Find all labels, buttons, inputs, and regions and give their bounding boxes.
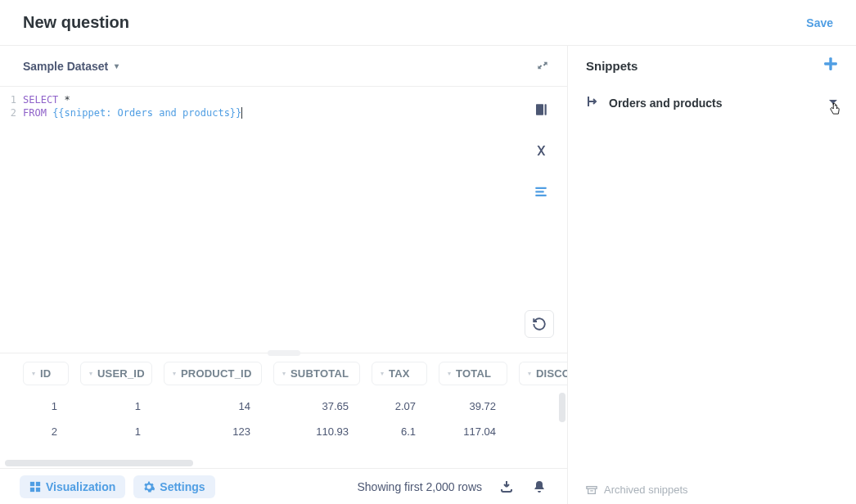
save-button[interactable]: Save [806, 16, 833, 29]
svg-rect-11 [587, 486, 597, 488]
archive-icon [586, 484, 597, 496]
cursor-icon [829, 101, 840, 119]
svg-rect-10 [824, 62, 837, 65]
database-selector[interactable]: Sample Dataset ▾ [23, 60, 119, 73]
snippets-button[interactable] [528, 178, 554, 205]
chevron-down-icon: ▾ [448, 370, 451, 377]
column-header-product-id[interactable]: ▾PRODUCT_ID [164, 362, 262, 385]
svg-rect-4 [535, 195, 547, 196]
variables-button[interactable] [528, 137, 554, 164]
vertical-scrollbar[interactable] [559, 393, 565, 422]
collapse-editor-icon[interactable] [536, 59, 549, 74]
chevron-down-icon: ▾ [282, 370, 286, 377]
chevron-down-icon: ▾ [173, 370, 176, 377]
svg-rect-5 [30, 481, 34, 485]
page-title: New question [23, 13, 129, 32]
chevron-down-icon: ▾ [32, 370, 35, 377]
svg-rect-1 [545, 104, 547, 115]
alerts-button[interactable] [531, 479, 547, 495]
chevron-down-icon: ▾ [528, 370, 531, 377]
chevron-down-icon: ▾ [89, 370, 92, 377]
svg-rect-0 [536, 104, 543, 115]
svg-rect-8 [36, 487, 40, 491]
insert-snippet-icon [586, 95, 599, 110]
editor-code[interactable]: SELECT * FROM {{snippet: Orders and prod… [21, 87, 567, 353]
grid-icon [29, 481, 41, 493]
column-header-subtotal[interactable]: ▾SUBTOTAL [273, 362, 360, 385]
svg-rect-6 [36, 481, 40, 485]
table-header: ▾ID ▾USER_ID ▾PRODUCT_ID ▾SUBTOTAL ▾TAX … [0, 353, 567, 394]
editor-gutter: 1 2 [0, 87, 21, 353]
expand-snippet-button[interactable] [828, 97, 838, 110]
column-header-discount[interactable]: ▾DISCO [519, 362, 567, 385]
query-results: ▾ID ▾USER_ID ▾PRODUCT_ID ▾SUBTOTAL ▾TAX … [0, 353, 567, 504]
snippet-item[interactable]: Orders and products [568, 87, 856, 119]
add-snippet-button[interactable] [823, 56, 838, 75]
gear-icon [143, 481, 155, 493]
column-header-user-id[interactable]: ▾USER_ID [80, 362, 152, 385]
sql-editor[interactable]: 1 2 SELECT * FROM {{snippet: Orders and … [0, 87, 567, 353]
column-header-id[interactable]: ▾ID [23, 362, 69, 385]
data-reference-button[interactable] [528, 97, 554, 123]
snippet-name: Orders and products [609, 97, 722, 110]
snippets-panel-title: Snippets [586, 59, 637, 73]
download-button[interactable] [498, 479, 515, 495]
column-header-tax[interactable]: ▾TAX [372, 362, 427, 385]
settings-button[interactable]: Settings [133, 475, 214, 498]
visualization-button[interactable]: Visualization [20, 475, 125, 498]
svg-rect-7 [30, 487, 34, 491]
table-row: 2 1 123 110.93 6.1 117.04 [0, 419, 567, 444]
run-query-button[interactable] [525, 310, 554, 338]
column-header-total[interactable]: ▾TOTAL [439, 362, 507, 385]
svg-rect-3 [535, 191, 544, 192]
row-count-status: Showing first 2,000 rows [357, 480, 482, 493]
svg-rect-2 [535, 187, 547, 189]
table-row: 1 1 14 37.65 2.07 39.72 [0, 394, 567, 419]
chevron-down-icon: ▾ [381, 370, 384, 377]
database-name: Sample Dataset [23, 60, 108, 73]
horizontal-scrollbar[interactable] [5, 460, 193, 466]
archived-snippets-link[interactable]: Archived snippets [586, 484, 688, 496]
plus-icon [823, 56, 838, 71]
chevron-down-icon: ▾ [115, 61, 119, 70]
